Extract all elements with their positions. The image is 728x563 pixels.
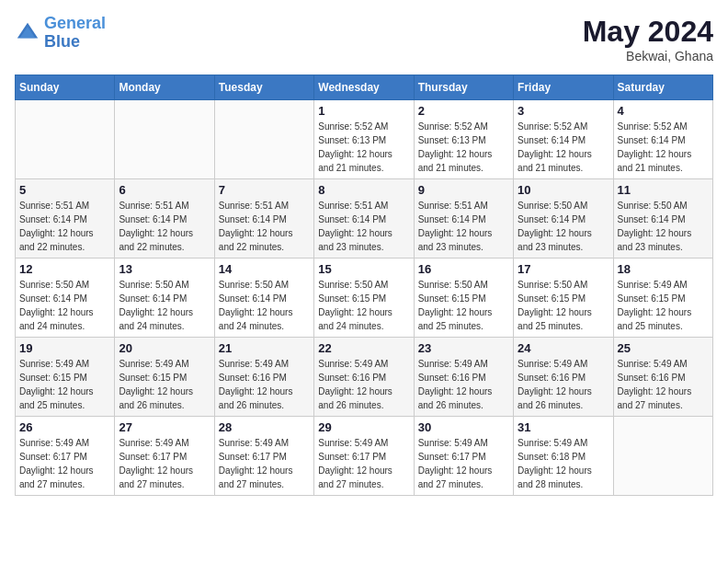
calendar-cell: 29Sunrise: 5:49 AM Sunset: 6:17 PM Dayli… bbox=[314, 417, 414, 496]
calendar-cell: 20Sunrise: 5:49 AM Sunset: 6:15 PM Dayli… bbox=[115, 338, 214, 417]
day-number: 26 bbox=[19, 420, 110, 434]
day-detail: Sunrise: 5:49 AM Sunset: 6:15 PM Dayligh… bbox=[618, 278, 709, 333]
day-detail: Sunrise: 5:49 AM Sunset: 6:16 PM Dayligh… bbox=[219, 357, 310, 412]
day-detail: Sunrise: 5:49 AM Sunset: 6:15 PM Dayligh… bbox=[19, 357, 110, 412]
calendar-cell bbox=[613, 417, 712, 496]
calendar-header: SundayMondayTuesdayWednesdayThursdayFrid… bbox=[16, 75, 713, 100]
calendar-cell: 13Sunrise: 5:50 AM Sunset: 6:14 PM Dayli… bbox=[115, 259, 214, 338]
day-detail: Sunrise: 5:52 AM Sunset: 6:13 PM Dayligh… bbox=[418, 120, 509, 175]
weekday-header: Wednesday bbox=[314, 75, 414, 100]
logo: General Blue bbox=[15, 15, 106, 52]
calendar-cell: 6Sunrise: 5:51 AM Sunset: 6:14 PM Daylig… bbox=[115, 179, 214, 259]
day-detail: Sunrise: 5:50 AM Sunset: 6:14 PM Dayligh… bbox=[219, 278, 310, 333]
calendar-cell: 3Sunrise: 5:52 AM Sunset: 6:14 PM Daylig… bbox=[514, 100, 613, 179]
calendar-cell bbox=[16, 100, 115, 179]
day-detail: Sunrise: 5:50 AM Sunset: 6:14 PM Dayligh… bbox=[19, 278, 110, 333]
calendar-cell bbox=[115, 100, 214, 179]
day-number: 3 bbox=[518, 104, 609, 118]
calendar-cell: 10Sunrise: 5:50 AM Sunset: 6:14 PM Dayli… bbox=[514, 179, 613, 259]
logo-subtext: Blue bbox=[44, 33, 106, 52]
calendar-cell: 14Sunrise: 5:50 AM Sunset: 6:14 PM Dayli… bbox=[214, 259, 313, 338]
day-number: 17 bbox=[518, 262, 609, 276]
day-detail: Sunrise: 5:49 AM Sunset: 6:18 PM Dayligh… bbox=[518, 436, 609, 491]
calendar-cell: 28Sunrise: 5:49 AM Sunset: 6:17 PM Dayli… bbox=[214, 417, 313, 496]
day-number: 9 bbox=[418, 183, 509, 197]
day-number: 31 bbox=[518, 420, 609, 434]
location: Bekwai, Ghana bbox=[583, 49, 713, 63]
calendar-week-row: 19Sunrise: 5:49 AM Sunset: 6:15 PM Dayli… bbox=[16, 338, 713, 417]
calendar-cell: 4Sunrise: 5:52 AM Sunset: 6:14 PM Daylig… bbox=[613, 100, 712, 179]
day-detail: Sunrise: 5:52 AM Sunset: 6:14 PM Dayligh… bbox=[518, 120, 609, 175]
calendar-cell: 22Sunrise: 5:49 AM Sunset: 6:16 PM Dayli… bbox=[314, 338, 414, 417]
day-number: 19 bbox=[19, 341, 110, 355]
calendar-cell: 5Sunrise: 5:51 AM Sunset: 6:14 PM Daylig… bbox=[16, 179, 115, 259]
day-detail: Sunrise: 5:49 AM Sunset: 6:17 PM Dayligh… bbox=[19, 436, 110, 491]
logo-icon bbox=[15, 20, 40, 46]
calendar-cell: 26Sunrise: 5:49 AM Sunset: 6:17 PM Dayli… bbox=[16, 417, 115, 496]
day-number: 22 bbox=[318, 341, 409, 355]
calendar-cell: 25Sunrise: 5:49 AM Sunset: 6:16 PM Dayli… bbox=[613, 338, 712, 417]
calendar-cell: 1Sunrise: 5:52 AM Sunset: 6:13 PM Daylig… bbox=[314, 100, 414, 179]
day-number: 28 bbox=[219, 420, 310, 434]
day-number: 21 bbox=[219, 341, 310, 355]
day-detail: Sunrise: 5:49 AM Sunset: 6:16 PM Dayligh… bbox=[518, 357, 609, 412]
calendar-cell: 11Sunrise: 5:50 AM Sunset: 6:14 PM Dayli… bbox=[613, 179, 712, 259]
day-detail: Sunrise: 5:51 AM Sunset: 6:14 PM Dayligh… bbox=[19, 199, 110, 254]
calendar-cell: 12Sunrise: 5:50 AM Sunset: 6:14 PM Dayli… bbox=[16, 259, 115, 338]
calendar-cell: 7Sunrise: 5:51 AM Sunset: 6:14 PM Daylig… bbox=[214, 179, 313, 259]
day-detail: Sunrise: 5:52 AM Sunset: 6:14 PM Dayligh… bbox=[618, 120, 709, 175]
weekday-header: Thursday bbox=[414, 75, 513, 100]
day-number: 10 bbox=[518, 183, 609, 197]
calendar-cell: 16Sunrise: 5:50 AM Sunset: 6:15 PM Dayli… bbox=[414, 259, 513, 338]
calendar-cell: 27Sunrise: 5:49 AM Sunset: 6:17 PM Dayli… bbox=[115, 417, 214, 496]
day-number: 14 bbox=[219, 262, 310, 276]
day-number: 30 bbox=[418, 420, 509, 434]
calendar-week-row: 5Sunrise: 5:51 AM Sunset: 6:14 PM Daylig… bbox=[16, 179, 713, 259]
day-number: 4 bbox=[618, 104, 709, 118]
day-number: 23 bbox=[418, 341, 509, 355]
calendar-cell: 19Sunrise: 5:49 AM Sunset: 6:15 PM Dayli… bbox=[16, 338, 115, 417]
day-number: 8 bbox=[318, 183, 409, 197]
day-detail: Sunrise: 5:51 AM Sunset: 6:14 PM Dayligh… bbox=[219, 199, 310, 254]
day-detail: Sunrise: 5:51 AM Sunset: 6:14 PM Dayligh… bbox=[119, 199, 210, 254]
weekday-header: Tuesday bbox=[214, 75, 313, 100]
day-detail: Sunrise: 5:50 AM Sunset: 6:15 PM Dayligh… bbox=[518, 278, 609, 333]
weekday-header: Saturday bbox=[613, 75, 712, 100]
day-detail: Sunrise: 5:50 AM Sunset: 6:14 PM Dayligh… bbox=[618, 199, 709, 254]
calendar-cell bbox=[214, 100, 313, 179]
day-detail: Sunrise: 5:49 AM Sunset: 6:15 PM Dayligh… bbox=[119, 357, 210, 412]
day-detail: Sunrise: 5:49 AM Sunset: 6:16 PM Dayligh… bbox=[318, 357, 409, 412]
day-number: 2 bbox=[418, 104, 509, 118]
day-detail: Sunrise: 5:49 AM Sunset: 6:17 PM Dayligh… bbox=[418, 436, 509, 491]
month-year: May 2024 bbox=[583, 15, 713, 49]
calendar-cell: 8Sunrise: 5:51 AM Sunset: 6:14 PM Daylig… bbox=[314, 179, 414, 259]
day-detail: Sunrise: 5:49 AM Sunset: 6:16 PM Dayligh… bbox=[418, 357, 509, 412]
day-number: 16 bbox=[418, 262, 509, 276]
calendar-cell: 23Sunrise: 5:49 AM Sunset: 6:16 PM Dayli… bbox=[414, 338, 513, 417]
day-detail: Sunrise: 5:51 AM Sunset: 6:14 PM Dayligh… bbox=[318, 199, 409, 254]
day-number: 27 bbox=[119, 420, 210, 434]
weekday-header: Monday bbox=[115, 75, 214, 100]
calendar-cell: 18Sunrise: 5:49 AM Sunset: 6:15 PM Dayli… bbox=[613, 259, 712, 338]
day-detail: Sunrise: 5:49 AM Sunset: 6:17 PM Dayligh… bbox=[119, 436, 210, 491]
logo-text: General bbox=[44, 15, 106, 33]
calendar-cell: 2Sunrise: 5:52 AM Sunset: 6:13 PM Daylig… bbox=[414, 100, 513, 179]
day-number: 5 bbox=[19, 183, 110, 197]
day-detail: Sunrise: 5:49 AM Sunset: 6:16 PM Dayligh… bbox=[618, 357, 709, 412]
day-detail: Sunrise: 5:50 AM Sunset: 6:15 PM Dayligh… bbox=[418, 278, 509, 333]
day-detail: Sunrise: 5:50 AM Sunset: 6:14 PM Dayligh… bbox=[518, 199, 609, 254]
day-number: 25 bbox=[618, 341, 709, 355]
calendar-cell: 21Sunrise: 5:49 AM Sunset: 6:16 PM Dayli… bbox=[214, 338, 313, 417]
day-detail: Sunrise: 5:52 AM Sunset: 6:13 PM Dayligh… bbox=[318, 120, 409, 175]
calendar-cell: 30Sunrise: 5:49 AM Sunset: 6:17 PM Dayli… bbox=[414, 417, 513, 496]
weekday-header: Sunday bbox=[16, 75, 115, 100]
day-number: 1 bbox=[318, 104, 409, 118]
day-number: 6 bbox=[119, 183, 210, 197]
calendar-table: SundayMondayTuesdayWednesdayThursdayFrid… bbox=[15, 75, 713, 496]
day-number: 13 bbox=[119, 262, 210, 276]
calendar-week-row: 1Sunrise: 5:52 AM Sunset: 6:13 PM Daylig… bbox=[16, 100, 713, 179]
day-detail: Sunrise: 5:51 AM Sunset: 6:14 PM Dayligh… bbox=[418, 199, 509, 254]
day-number: 11 bbox=[618, 183, 709, 197]
day-detail: Sunrise: 5:49 AM Sunset: 6:17 PM Dayligh… bbox=[219, 436, 310, 491]
calendar-cell: 15Sunrise: 5:50 AM Sunset: 6:15 PM Dayli… bbox=[314, 259, 414, 338]
